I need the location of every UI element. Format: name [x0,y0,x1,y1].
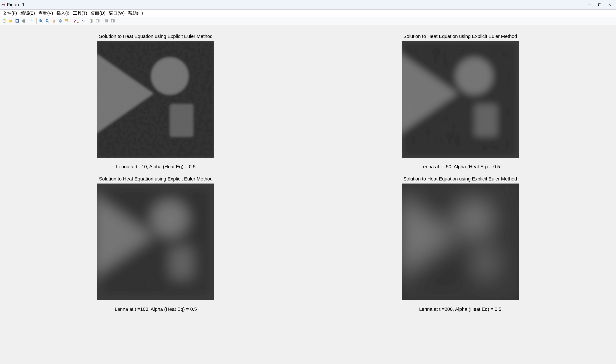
maximize-button[interactable] [595,1,605,8]
svg-rect-6 [4,19,5,20]
link-data-button[interactable] [80,18,86,24]
subplot-title: Solution to Heat Equation using Explicit… [99,176,213,182]
svg-rect-8 [16,20,18,21]
svg-rect-11 [23,20,25,21]
minimize-button[interactable] [585,1,595,8]
show-plot-tools-button[interactable] [110,18,116,24]
menu-help[interactable]: 帮助(H) [126,10,145,17]
svg-line-19 [48,21,49,23]
subplot-xlabel: Lenna at t =200, Alpha (Heat Eq) = 0.5 [419,306,501,312]
subplot-4: Solution to Heat Equation using Explicit… [311,176,609,312]
rotate3d-button[interactable] [57,18,64,24]
subplot-image [402,41,519,158]
subplot-title: Solution to Heat Equation using Explicit… [403,176,517,182]
matlab-figure-icon [1,3,5,7]
toolbar-separator [102,18,102,24]
svg-rect-41 [113,20,114,22]
window-title: Figure 1 [7,2,25,8]
close-button[interactable] [605,1,615,8]
edit-plot-button[interactable] [29,18,35,24]
toolbar-separator [36,18,37,24]
svg-point-22 [60,19,61,23]
subplot-grid: Solution to Heat Equation using Explicit… [7,34,609,312]
subplot-image [402,183,519,300]
subplot-xlabel: Lenna at t =10, Alpha (Heat Eq) = 0.5 [116,164,195,169]
subplot-3: Solution to Heat Equation using Explicit… [7,176,305,312]
svg-rect-40 [111,20,112,22]
data-cursor-button[interactable] [64,18,70,24]
subplot-title: Solution to Heat Equation using Explicit… [99,34,213,39]
figure-window: Figure 1 文件(F) 编辑(E) 查看(V) 插入(I) 工具(T) 桌… [0,0,616,364]
subplot-xlabel: Lenna at t =50, Alpha (Heat Eq) = 0.5 [421,164,500,169]
save-button[interactable] [14,18,20,24]
subplot-image [97,41,214,158]
subplot-1: Solution to Heat Equation using Explicit… [7,34,305,169]
toolbar [0,17,616,25]
toolbar-separator [87,18,87,24]
figure-canvas[interactable]: Solution to Heat Equation using Explicit… [0,25,616,364]
menu-window[interactable]: 窗口(W) [107,10,126,17]
svg-rect-33 [96,20,99,22]
insert-legend-button[interactable] [95,18,101,24]
svg-point-26 [68,21,68,22]
print-button[interactable] [21,18,27,24]
svg-line-15 [41,21,42,23]
pan-button[interactable] [51,18,57,24]
menu-edit[interactable]: 编辑(E) [19,10,37,17]
svg-rect-2 [599,4,601,6]
brush-button[interactable] [70,18,79,24]
svg-rect-32 [91,19,92,23]
subplot-title: Solution to Heat Equation using Explicit… [403,34,517,39]
titlebar: Figure 1 [0,0,616,10]
svg-rect-23 [66,19,68,21]
svg-point-27 [76,20,76,20]
menu-tools[interactable]: 工具(T) [71,10,89,17]
toolbar-separator [28,18,28,24]
menubar: 文件(F) 编辑(E) 查看(V) 插入(I) 工具(T) 桌面(D) 窗口(W… [0,10,616,17]
svg-rect-9 [16,21,18,22]
chevron-down-icon [77,23,79,23]
menu-insert[interactable]: 插入(I) [55,10,71,17]
subplot-xlabel: Lenna at t =100, Alpha (Heat Eq) = 0.5 [115,306,197,312]
zoom-in-button[interactable] [38,18,44,24]
subplot-2: Solution to Heat Equation using Explicit… [311,34,609,169]
zoom-out-button[interactable] [44,18,50,24]
menu-view[interactable]: 查看(V) [37,10,55,17]
svg-point-21 [59,20,62,22]
menu-file[interactable]: 文件(F) [1,10,19,17]
insert-colorbar-button[interactable] [88,18,94,24]
open-button[interactable] [8,18,14,24]
svg-rect-12 [23,22,25,23]
new-figure-button[interactable] [1,18,7,24]
menu-desktop[interactable]: 桌面(D) [89,10,107,17]
subplot-image [97,183,214,300]
svg-rect-38 [105,20,108,22]
hide-plot-tools-button[interactable] [103,18,109,24]
svg-rect-31 [90,19,91,23]
